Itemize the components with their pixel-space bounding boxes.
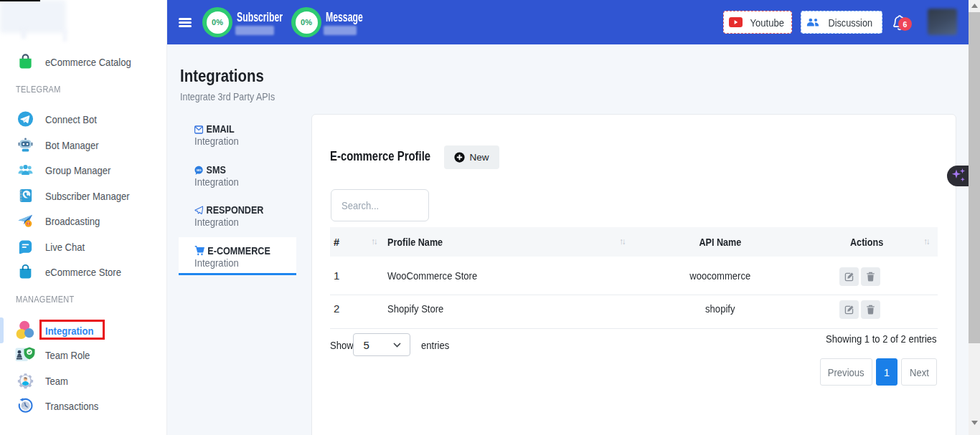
svg-text:SMS: SMS: [197, 168, 202, 171]
